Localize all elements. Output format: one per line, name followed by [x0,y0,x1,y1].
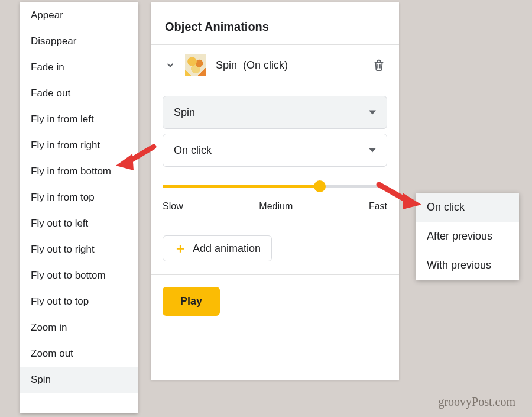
add-animation-button[interactable]: ＋ Add animation [163,235,272,261]
anim-item[interactable]: Fly out to left [20,211,138,237]
anim-item[interactable]: Fade in [20,54,138,80]
anim-item[interactable]: Fly in from right [20,132,138,159]
anim-item[interactable]: Zoom in [20,315,138,341]
animation-type-list: Appear Disappear Fade in Fade out Fly in… [20,2,138,413]
anim-item[interactable]: Fade out [20,80,138,106]
anim-item[interactable]: Appear [20,2,138,28]
slider-label-fast: Fast [369,201,387,212]
panel-title: Object Animations [151,2,399,44]
animation-trigger-suffix: (On click) [243,59,288,71]
caret-down-icon [369,106,376,119]
trigger-dropdown[interactable]: On click [163,134,387,167]
anim-item[interactable]: Fly in from top [20,185,138,211]
slider-labels: Slow Medium Fast [163,201,387,212]
trigger-option[interactable]: After previous [416,222,519,251]
anim-item[interactable]: Fly in from left [20,106,138,132]
slider-thumb[interactable] [314,180,326,192]
plus-icon: ＋ [174,242,187,255]
slider-label-medium: Medium [259,201,293,212]
anim-item[interactable]: Fly in from bottom [20,159,138,185]
play-button[interactable]: Play [163,287,220,316]
animation-row-title: Spin (On click) [216,59,361,72]
animation-row[interactable]: Spin (On click) [151,45,399,85]
animation-type-dropdown[interactable]: Spin [163,96,387,129]
animation-name: Spin [216,59,237,71]
trash-icon[interactable] [371,57,387,73]
anim-item[interactable]: Fly out to right [20,237,138,263]
anim-item[interactable]: Disappear [20,28,138,54]
trigger-value: On click [174,144,212,157]
divider [151,274,399,275]
object-thumbnail [185,54,206,76]
trigger-option-list: On click After previous With previous [416,193,519,280]
animation-type-value: Spin [174,106,195,119]
trigger-option[interactable]: On click [416,193,519,222]
add-animation-label: Add animation [193,243,261,255]
object-animations-panel: Object Animations Spin (On click) Spin O… [151,2,399,380]
trigger-option[interactable]: With previous [416,251,519,280]
anim-item[interactable]: Fly out to bottom [20,263,138,289]
anim-item-spin[interactable]: Spin [20,367,138,393]
slider-fill [163,185,320,188]
watermark: groovyPost.com [438,395,515,409]
speed-slider[interactable]: Slow Medium Fast [163,185,387,212]
anim-item[interactable]: Zoom out [20,341,138,367]
slider-track [163,185,387,188]
caret-down-icon [369,144,376,157]
chevron-down-icon[interactable] [165,60,176,70]
slider-label-slow: Slow [163,201,183,212]
anim-item[interactable]: Fly out to top [20,289,138,315]
